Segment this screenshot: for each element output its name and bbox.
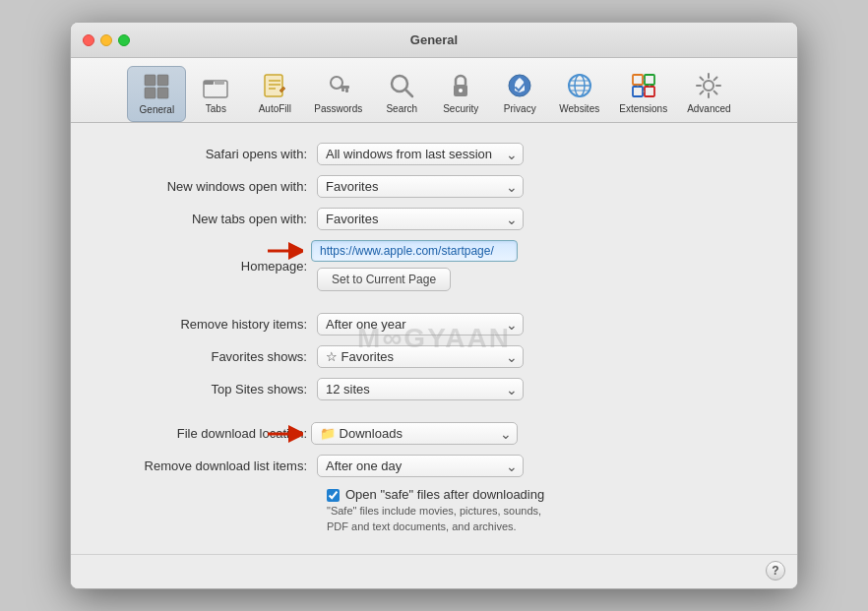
new-tabs-label: New tabs open with:: [100, 212, 317, 226]
svg-line-16: [405, 90, 412, 96]
top-sites-select-wrapper: 12 sites ⌄: [317, 378, 524, 400]
tab-passwords-label: Passwords: [314, 103, 362, 114]
new-tabs-select-wrapper: Favorites ⌄: [317, 208, 524, 230]
remove-history-select-wrapper: After one year ⌄: [317, 313, 524, 336]
search-toolbar-icon: [386, 70, 417, 101]
open-safe-files-row: Open "safe" files after downloading: [327, 487, 768, 502]
titlebar: General: [71, 23, 797, 58]
tab-security[interactable]: Security: [431, 66, 490, 120]
remove-history-control: After one year ⌄: [317, 313, 768, 336]
new-windows-select-wrapper: Favorites ⌄: [317, 175, 524, 198]
favorites-shows-row: Favorites shows: ☆ Favorites ⌄: [100, 345, 768, 368]
tab-advanced[interactable]: Advanced: [677, 66, 740, 120]
safari-opens-row: Safari opens with: All windows from last…: [100, 143, 768, 165]
window-title: General: [410, 32, 458, 47]
separator-2: [100, 410, 768, 422]
svg-rect-28: [645, 87, 654, 96]
new-windows-row: New windows open with: Favorites ⌄: [100, 175, 768, 198]
safe-files-note: "Safe" files include movies, pictures, s…: [327, 504, 563, 534]
file-download-select[interactable]: 📁 Downloads: [311, 422, 518, 445]
tab-websites-label: Websites: [559, 103, 599, 114]
tab-passwords[interactable]: Passwords: [304, 66, 372, 120]
new-tabs-select[interactable]: Favorites: [317, 208, 524, 230]
tab-websites[interactable]: Websites: [549, 66, 609, 120]
favorites-shows-control: ☆ Favorites ⌄: [317, 345, 768, 368]
advanced-icon: [693, 70, 724, 101]
tab-advanced-label: Advanced: [687, 103, 730, 114]
svg-rect-12: [341, 86, 349, 89]
homepage-row: Homepage:: [100, 240, 768, 291]
svg-rect-26: [645, 75, 654, 85]
file-download-row: File download location:: [100, 422, 768, 445]
safari-opens-label: Safari opens with:: [100, 147, 317, 161]
tabs-icon: [200, 70, 231, 101]
security-icon: [445, 70, 476, 101]
svg-rect-0: [145, 75, 155, 86]
close-button[interactable]: [83, 34, 94, 46]
file-download-arrow: [266, 424, 303, 444]
open-safe-files-label: Open "safe" files after downloading: [345, 487, 544, 502]
autofill-icon: [259, 70, 290, 101]
new-windows-label: New windows open with:: [100, 179, 317, 194]
remove-history-label: Remove history items:: [100, 317, 317, 332]
tab-search[interactable]: Search: [372, 66, 431, 120]
remove-download-row: Remove download list items: After one da…: [100, 455, 768, 477]
new-windows-control: Favorites ⌄: [317, 175, 768, 198]
favorites-shows-label: Favorites shows:: [100, 349, 317, 364]
favorites-shows-select-wrapper: ☆ Favorites ⌄: [317, 345, 524, 368]
content-wrapper: Safari opens with: All windows from last…: [71, 123, 797, 554]
tab-autofill[interactable]: AutoFill: [245, 66, 304, 120]
remove-download-control: After one day ⌄: [317, 455, 768, 477]
new-tabs-control: Favorites ⌄: [317, 208, 768, 230]
svg-point-29: [704, 81, 713, 91]
favorites-shows-select[interactable]: ☆ Favorites: [317, 345, 524, 368]
svg-rect-3: [157, 88, 168, 98]
remove-download-select-wrapper: After one day ⌄: [317, 455, 524, 477]
safari-opens-select[interactable]: All windows from last session: [317, 143, 524, 165]
svg-point-18: [459, 89, 463, 92]
safari-opens-select-wrapper: All windows from last session ⌄: [317, 143, 524, 165]
bottom-bar: ?: [71, 554, 797, 588]
remove-history-select[interactable]: After one year: [317, 313, 524, 336]
top-sites-row: Top Sites shows: 12 sites ⌄: [100, 378, 768, 400]
main-content: Safari opens with: All windows from last…: [71, 123, 797, 554]
tab-search-label: Search: [386, 103, 417, 114]
remove-download-label: Remove download list items:: [100, 458, 317, 473]
set-current-page-button[interactable]: Set to Current Page: [317, 268, 451, 291]
top-sites-control: 12 sites ⌄: [317, 378, 768, 400]
passwords-icon: [323, 70, 354, 101]
svg-rect-5: [204, 81, 214, 85]
tab-tabs[interactable]: Tabs: [186, 66, 245, 120]
safari-opens-control: All windows from last session ⌄: [317, 143, 768, 165]
main-window: General General: [70, 22, 798, 589]
svg-rect-7: [265, 75, 282, 96]
websites-icon: [564, 70, 595, 101]
tab-privacy-label: Privacy: [504, 103, 536, 114]
tab-extensions-label: Extensions: [619, 103, 667, 114]
top-sites-label: Top Sites shows:: [100, 382, 317, 397]
tab-extensions[interactable]: Extensions: [609, 66, 677, 120]
tab-general[interactable]: General: [127, 66, 186, 122]
open-safe-files-checkbox[interactable]: [327, 489, 340, 502]
tab-general-label: General: [140, 104, 175, 115]
svg-rect-13: [345, 89, 348, 92]
file-download-control: 📁 Downloads ⌄: [317, 422, 768, 445]
new-windows-select[interactable]: Favorites: [317, 175, 524, 198]
svg-rect-27: [633, 87, 643, 96]
maximize-button[interactable]: [118, 34, 130, 46]
toolbar-icons: General Tabs: [127, 66, 740, 122]
minimize-button[interactable]: [100, 34, 112, 46]
tab-autofill-label: AutoFill: [259, 103, 291, 114]
tab-privacy[interactable]: Privacy: [490, 66, 549, 120]
general-icon: [141, 71, 172, 102]
help-button[interactable]: ?: [766, 561, 785, 580]
homepage-control: Set to Current Page: [317, 240, 768, 291]
tab-tabs-label: Tabs: [206, 103, 226, 114]
remove-download-select[interactable]: After one day: [317, 455, 524, 477]
top-sites-select[interactable]: 12 sites: [317, 378, 524, 400]
homepage-input[interactable]: [311, 240, 518, 262]
svg-rect-14: [341, 89, 344, 92]
homepage-arrow: [266, 241, 303, 261]
separator-1: [100, 301, 768, 313]
svg-rect-2: [145, 88, 155, 98]
